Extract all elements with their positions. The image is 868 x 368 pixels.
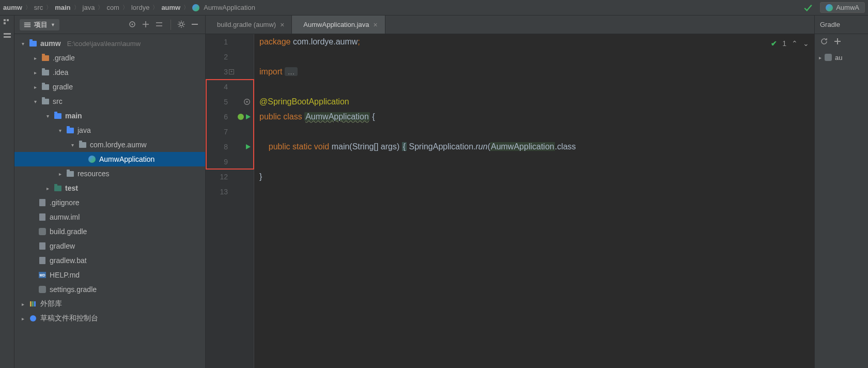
chevron-down-icon[interactable]: ▾ xyxy=(44,113,51,119)
tab-build-gradle[interactable]: build.gradle (aumw) × xyxy=(206,16,292,34)
tree-item[interactable]: ▾src xyxy=(14,94,205,109)
gear-icon[interactable] xyxy=(177,20,187,29)
svg-point-15 xyxy=(30,315,36,321)
crumb-lordye[interactable]: lordye xyxy=(131,4,149,11)
chevron-right-icon[interactable]: ▸ xyxy=(57,171,63,177)
svg-rect-7 xyxy=(24,26,30,27)
gutter-line[interactable]: 2 xyxy=(206,49,254,64)
code-area[interactable]: ✔ 1 ⌃ ⌄ package com.lordye.aumw; import … xyxy=(254,34,814,368)
tree-item[interactable]: ▸.gradle xyxy=(14,51,205,65)
tree-item[interactable]: gradlew.bat xyxy=(14,253,205,268)
svg-rect-2 xyxy=(7,19,9,21)
run-config-selector[interactable]: AumwA xyxy=(820,2,865,13)
svg-rect-3 xyxy=(4,33,11,35)
chevron-down-icon[interactable]: ▾ xyxy=(20,41,26,47)
run-icon[interactable] xyxy=(246,144,251,149)
svg-rect-13 xyxy=(32,301,34,306)
inspection-widget[interactable]: ✔ 1 ⌃ ⌄ xyxy=(771,36,809,51)
chevron-up-icon[interactable]: ⌃ xyxy=(792,36,798,51)
tree-item[interactable]: .gitignore xyxy=(14,195,205,210)
chevron-down-icon[interactable]: ▾ xyxy=(32,99,38,104)
tree-item[interactable]: build.gradle xyxy=(14,224,205,239)
gutter-line[interactable]: 8 xyxy=(206,139,254,154)
gutter-line[interactable]: 6 xyxy=(206,109,254,124)
expand-all-icon[interactable] xyxy=(142,20,151,29)
tree-item[interactable]: gradlew xyxy=(14,239,205,253)
close-icon[interactable]: × xyxy=(280,21,284,29)
gutter-line[interactable]: 3+ xyxy=(206,64,254,79)
crumb-aumw-pkg[interactable]: aumw xyxy=(161,4,180,11)
gutter-line[interactable]: 12 xyxy=(206,169,254,184)
gradle-header: Gradle xyxy=(815,16,868,34)
tree-item[interactable]: ▾main xyxy=(14,109,205,123)
project-tree[interactable]: ▾ aumw E:\code\java\learn\aumw ▸.gradle … xyxy=(14,34,205,368)
crumb-aumw[interactable]: aumw xyxy=(3,4,22,11)
crumb-com[interactable]: com xyxy=(106,4,119,11)
project-view-selector[interactable]: 项目 ▼ xyxy=(20,19,59,30)
crumb-src[interactable]: src xyxy=(34,4,43,11)
chevron-right-icon[interactable]: ▸ xyxy=(20,316,26,321)
select-opened-file-icon[interactable] xyxy=(128,20,137,29)
tree-item[interactable]: MDHELP.md xyxy=(14,268,205,282)
crumb-java[interactable]: java xyxy=(83,4,95,11)
svg-rect-1 xyxy=(4,22,6,24)
build-ok-icon[interactable] xyxy=(803,3,813,12)
left-toolstrip xyxy=(0,16,14,368)
close-icon[interactable]: × xyxy=(374,21,378,29)
editor-tabs: build.gradle (aumw) × AumwApplication.ja… xyxy=(206,16,814,34)
chevron-down-icon[interactable]: ▾ xyxy=(69,142,75,148)
gradle-tool-window: Gradle ▸ au xyxy=(814,16,868,368)
tree-item-selected[interactable]: AumwApplication xyxy=(14,152,205,166)
tree-item[interactable]: settings.gradle xyxy=(14,282,205,297)
svg-rect-14 xyxy=(34,301,36,306)
editor-gutter[interactable]: 1 2 3+ 4 5 6 7 8 9 12 13 xyxy=(206,34,254,368)
chevron-down-icon[interactable]: ▾ xyxy=(57,128,63,133)
add-icon[interactable] xyxy=(833,37,842,45)
tree-root[interactable]: ▾ aumw E:\code\java\learn\aumw xyxy=(14,36,205,51)
gutter-line[interactable]: 4 xyxy=(206,79,254,94)
chevron-right-icon[interactable]: ▸ xyxy=(32,84,38,90)
gutter-line[interactable]: 9 xyxy=(206,154,254,169)
tab-aumw-application[interactable]: AumwApplication.java × xyxy=(292,16,385,34)
spring-icon[interactable] xyxy=(238,114,244,120)
chevron-right-icon[interactable]: ▸ xyxy=(44,186,51,191)
svg-rect-4 xyxy=(4,36,11,38)
tree-item[interactable]: ▸.idea xyxy=(14,65,205,80)
fold-icon[interactable]: + xyxy=(229,69,234,74)
chevron-right-icon[interactable]: ▸ xyxy=(32,70,38,75)
gutter-line[interactable]: 13 xyxy=(206,184,254,199)
svg-rect-0 xyxy=(4,19,6,21)
collapse-all-icon[interactable] xyxy=(155,20,164,29)
tree-external-libs[interactable]: ▸外部库 xyxy=(14,297,205,311)
refresh-icon[interactable] xyxy=(820,37,828,45)
crumb-main[interactable]: main xyxy=(55,4,70,11)
structure-icon[interactable] xyxy=(3,19,11,27)
gutter-line[interactable]: 7 xyxy=(206,124,254,139)
project-header: 项目 ▼ xyxy=(14,16,205,34)
tree-item[interactable]: aumw.iml xyxy=(14,210,205,224)
breadcrumb-bar: aumw 〉 src 〉 main 〉 java 〉 com 〉 lordye … xyxy=(0,0,868,16)
run-config-label: AumwA xyxy=(836,4,859,11)
chevron-right-icon[interactable]: ▸ xyxy=(20,301,26,307)
tree-item[interactable]: ▸gradle xyxy=(14,80,205,94)
gutter-line[interactable]: 1 xyxy=(206,34,254,49)
project-tool-window: 项目 ▼ ▾ aumw E:\code\java\learn\aumw ▸.gr… xyxy=(14,16,206,368)
svg-rect-12 xyxy=(30,301,32,306)
tree-item[interactable]: ▾java xyxy=(14,123,205,137)
crumb-class[interactable]: AumwApplication xyxy=(192,4,255,11)
chevron-right-icon[interactable]: ▸ xyxy=(819,55,822,60)
gradle-project-node[interactable]: ▸ au xyxy=(815,51,868,64)
chevron-right-icon[interactable]: ▸ xyxy=(32,55,38,61)
gutter-line[interactable]: 5 xyxy=(206,94,254,109)
editor: build.gradle (aumw) × AumwApplication.ja… xyxy=(206,16,814,368)
run-icon[interactable] xyxy=(246,114,251,119)
tree-scratches[interactable]: ▸草稿文件和控制台 xyxy=(14,311,205,326)
navigate-icon[interactable] xyxy=(243,98,251,105)
hide-icon[interactable] xyxy=(191,20,200,29)
chevron-down-icon[interactable]: ⌄ xyxy=(803,36,809,51)
tree-item[interactable]: ▾com.lordye.aumw xyxy=(14,137,205,152)
tree-item[interactable]: ▸resources xyxy=(14,166,205,181)
check-icon: ✔ xyxy=(771,36,777,51)
tree-item[interactable]: ▸test xyxy=(14,181,205,195)
bookmark-icon[interactable] xyxy=(3,32,11,40)
